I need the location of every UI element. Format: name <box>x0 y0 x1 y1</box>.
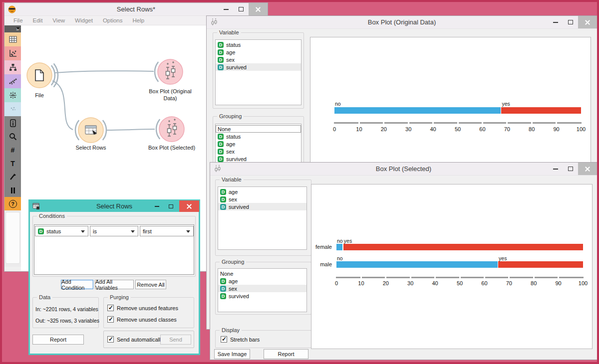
remove-unused-features-checkbox[interactable]: Remove unused features <box>107 305 178 311</box>
dropdown-caret-icon <box>16 27 19 30</box>
close-button[interactable] <box>578 16 597 28</box>
axis-tick <box>558 277 559 278</box>
list-item-survived[interactable]: Dsurvived <box>218 203 306 210</box>
list-item-none[interactable]: None <box>216 125 301 133</box>
link-file-to-boxplot-original[interactable] <box>55 71 154 73</box>
list-item-survived[interactable]: Dsurvived <box>216 155 301 163</box>
visualize-category-button[interactable] <box>4 46 21 60</box>
minimize-button[interactable] <box>548 16 563 28</box>
select-rows-dialog: Select Rows Conditions D status is first… <box>28 199 200 355</box>
grid-button[interactable]: # <box>4 143 21 157</box>
help-button[interactable]: ? <box>4 197 21 210</box>
file-icon <box>35 70 43 81</box>
list-item-status[interactable]: Dstatus <box>216 133 301 140</box>
bar-segment <box>334 107 501 114</box>
condition-value-dropdown[interactable]: first <box>140 226 194 236</box>
menu-view[interactable]: View <box>47 17 70 23</box>
search-button[interactable] <box>4 130 21 143</box>
menu-widget[interactable]: Widget <box>70 17 98 23</box>
menu-file[interactable]: File <box>8 17 28 23</box>
condition-variable-dropdown[interactable]: D status <box>35 226 88 236</box>
menu-options[interactable]: Options <box>98 17 128 23</box>
minimize-button[interactable] <box>150 200 163 212</box>
list-item-age[interactable]: Dage <box>218 277 306 285</box>
info-button[interactable] <box>4 116 21 130</box>
arrow-annotation-button[interactable] <box>4 170 21 183</box>
titlebar[interactable]: Box Plot (Selected) <box>210 163 597 176</box>
list-item-sex[interactable]: Dsex <box>216 148 301 155</box>
widget-node-boxplot-selected[interactable]: Box Plot (Selected) <box>148 117 195 151</box>
menu-edit[interactable]: Edit <box>28 17 48 23</box>
bar-segment <box>336 244 342 250</box>
link-file-to-select-rows[interactable] <box>52 81 73 130</box>
data-category-button[interactable] <box>4 32 21 46</box>
axis-tick-label: 20 <box>381 126 387 132</box>
maximize-button[interactable] <box>563 16 578 28</box>
list-item-none[interactable]: None <box>218 270 306 277</box>
display-groupbox: Display Stretch bars <box>215 330 311 348</box>
maximize-button[interactable] <box>234 3 249 15</box>
maximize-button[interactable] <box>563 163 578 175</box>
axis-tick-label: 30 <box>407 280 413 286</box>
axis-tick-label: 70 <box>506 280 512 286</box>
visualize-category-icon <box>8 49 17 58</box>
maximize-button[interactable] <box>164 200 177 212</box>
axis-tick-label: 0 <box>335 280 338 286</box>
discrete-variable-icon: D <box>220 204 226 210</box>
remove-all-button[interactable]: Remove All <box>135 280 166 289</box>
list-item-sex[interactable]: Dsex <box>218 195 306 203</box>
titlebar[interactable]: Select Rows <box>29 200 199 212</box>
widget-node-boxplot-original[interactable]: Box Plot (Original Data) <box>149 59 192 101</box>
close-button[interactable] <box>179 200 199 212</box>
close-button[interactable] <box>578 163 597 175</box>
list-item-sex[interactable]: Dsex <box>218 285 306 292</box>
titlebar[interactable]: Select Rows* <box>4 3 268 16</box>
help-icon: ? <box>9 200 17 208</box>
link-select-rows-to-boxplot-selected[interactable] <box>107 129 155 130</box>
minimize-icon <box>553 169 558 170</box>
menu-help[interactable]: Help <box>128 17 150 23</box>
list-item-sex[interactable]: Dsex <box>216 56 301 63</box>
widget-node-select-rows[interactable]: Select Rows <box>75 118 106 151</box>
axis-tick <box>482 122 483 124</box>
axis-tick-label: 80 <box>529 126 535 132</box>
model-category-button[interactable] <box>4 60 21 74</box>
add-all-variables-button[interactable]: Add All Variables <box>95 280 134 289</box>
send-automatically-checkbox[interactable]: Send automatically <box>107 336 163 343</box>
list-item-age[interactable]: Dage <box>216 140 301 148</box>
axis-tick-label: 70 <box>504 126 510 132</box>
minimize-button[interactable] <box>548 163 563 175</box>
widget-node-file[interactable]: File <box>27 63 52 98</box>
condition-operator-dropdown[interactable]: is <box>90 226 138 236</box>
report-button[interactable]: Report <box>32 335 84 345</box>
save-image-button[interactable]: Save Image <box>214 349 250 359</box>
minimize-button[interactable] <box>219 3 234 15</box>
send-button[interactable]: Send <box>160 335 191 345</box>
list-item-status[interactable]: Dstatus <box>216 41 301 48</box>
text-annotation-button[interactable]: T <box>4 157 21 170</box>
bar-segment <box>343 244 583 250</box>
report-button[interactable]: Report <box>264 349 308 359</box>
list-item-survived[interactable]: Dsurvived <box>218 292 306 300</box>
add-condition-button[interactable]: Add Condition <box>61 280 93 289</box>
discrete-variable-icon: D <box>218 42 224 48</box>
axis-tick-label: 10 <box>356 126 362 132</box>
unsupervised-category-button[interactable] <box>4 88 21 102</box>
list-item-survived[interactable]: Dsurvived <box>216 63 301 71</box>
stretch-bars-checkbox[interactable]: Stretch bars <box>221 336 260 343</box>
close-button[interactable] <box>249 3 268 15</box>
extra-category-button[interactable] <box>4 102 21 116</box>
list-item-age[interactable]: Dage <box>218 188 306 195</box>
minimize-icon <box>155 206 159 207</box>
remove-unused-classes-checkbox[interactable]: Remove unused classes <box>107 316 177 323</box>
pause-icon <box>8 186 17 195</box>
discrete-variable-icon: D <box>218 134 224 140</box>
group-value-label: male <box>304 261 332 268</box>
bar-value-label: yes <box>344 238 352 244</box>
evaluate-category-button[interactable] <box>4 74 21 88</box>
checkbox-checked-icon <box>107 316 114 323</box>
titlebar[interactable]: Box Plot (Original Data) <box>207 16 597 29</box>
pause-button[interactable] <box>4 183 21 197</box>
axis-tick <box>385 277 386 278</box>
list-item-age[interactable]: Dage <box>216 48 301 56</box>
